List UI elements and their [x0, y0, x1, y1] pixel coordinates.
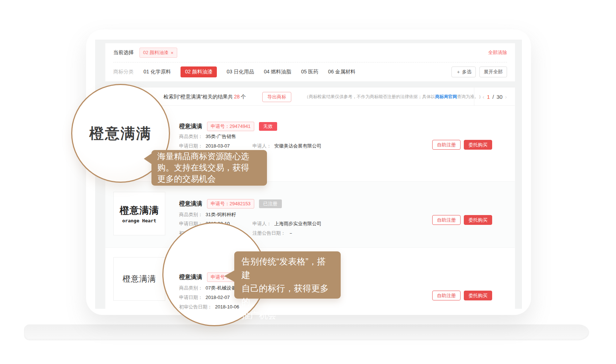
bubble-tail-icon — [144, 153, 152, 164]
category-bar-label: 商标分类 — [113, 69, 134, 75]
applicant-value: 安徽美达会展有限公司 — [274, 143, 321, 149]
tab-category-02-active[interactable]: 02 颜料油漆 — [181, 66, 216, 77]
selected-filter-tag[interactable]: 02 颜料油漆 × — [139, 48, 177, 58]
applicant-label: 申请人： — [252, 143, 271, 149]
callout-line: 购。支持在线交易，获得 — [157, 162, 261, 173]
category-value: 35类-广告销售 — [206, 134, 236, 139]
callout-line: 推广机会 — [242, 308, 333, 322]
screenshot-stage: 当前选择 02 颜料油漆 × 全部清除 商标分类 01 化学原料 02 颜料油漆… — [0, 0, 616, 364]
trademark-image-tile[interactable]: 橙意满满 orange Heart — [113, 192, 165, 235]
pagination-total: 30 — [497, 94, 503, 100]
tab-category-05[interactable]: 05 医药 — [301, 69, 318, 75]
registration-publication-label: 注册公告日期： — [252, 230, 285, 236]
bottom-shelf-decoration — [24, 324, 589, 340]
apply-date-label: 申请日期： — [179, 143, 203, 149]
trademark-image-tile[interactable]: 橙意满满 — [113, 257, 165, 301]
apply-date-value: 2018-02-07 — [206, 295, 230, 300]
category-value: 31类-饲料种籽 — [206, 212, 236, 217]
entrust-purchase-button[interactable]: 委托购买 — [464, 291, 492, 300]
status-badge: 无效 — [259, 122, 277, 131]
status-badge: 已注册 — [259, 199, 282, 208]
entrust-purchase-button[interactable]: 委托购买 — [464, 140, 492, 150]
results-count: 28 — [233, 94, 241, 100]
first-publication-label: 初审公告日期： — [179, 304, 212, 310]
trademark-mark-text: 橙意满满 — [123, 274, 156, 284]
applicant-label: 申请人： — [252, 221, 271, 226]
category-label: 商品类别： — [179, 212, 203, 217]
table-row: 橙意满满 orange Heart 橙意满满 申请号：29482153 已注册 … — [105, 181, 515, 247]
trademark-name[interactable]: 橙意满满 — [179, 274, 202, 281]
pagination: ‹ 1 / 30 › — [474, 88, 515, 106]
callout-bubble-promo: 告别传统“发表格”，搭建 自己的标行，获得更多的 推广机会 — [234, 251, 341, 299]
callout-line: 更多的交易机会 — [157, 173, 261, 185]
apply-date-label: 申请日期： — [179, 295, 203, 300]
self-register-button[interactable]: 自助注册 — [432, 140, 461, 150]
disclaimer-note: （商标检索结果仅供参考，不作为商标能否注册的法律依据；具体以商标局官网查询为准。… — [304, 88, 483, 106]
pagination-current: 1 — [487, 94, 490, 100]
close-icon[interactable]: × — [171, 50, 174, 56]
apply-date-value: 2018-03-07 — [206, 143, 230, 149]
callout-line: 自己的标行，获得更多的 — [242, 282, 333, 308]
callout-bubble-trade: 海量精品商标资源随心选 购。支持在线交易，获得 更多的交易机会 — [151, 150, 267, 186]
callout-line: 海量精品商标资源随心选 — [157, 151, 261, 162]
first-publication-value: 2018-10-06 — [215, 304, 239, 310]
results-header: 检索到“橙意满满”相关的结果共28个 导出商标 （商标检索结果仅供参考，不作为商… — [105, 88, 515, 106]
applicant-value: 上海雨步实业有限公司 — [274, 221, 321, 226]
results-summary-prefix: 检索到“橙意满满”相关的结果共 — [163, 94, 233, 100]
selected-filter-tag-text: 02 颜料油漆 — [143, 49, 169, 56]
export-trademark-button[interactable]: 导出商标 — [262, 92, 291, 102]
results-summary: 检索到“橙意满满”相关的结果共28个 — [163, 88, 246, 106]
results-summary-suffix: 个 — [241, 94, 246, 100]
tab-category-04[interactable]: 04 燃料油脂 — [264, 69, 291, 75]
application-number-tag: 申请号：29474941 — [207, 122, 254, 131]
expand-all-button[interactable]: 展开全部 — [479, 66, 507, 77]
self-register-button[interactable]: 自助注册 — [432, 291, 461, 300]
category-label: 商品类别： — [179, 285, 203, 291]
trademark-office-link[interactable]: 商标局官网 — [435, 94, 457, 99]
chevron-right-icon[interactable]: › — [505, 94, 507, 100]
clear-all-link[interactable]: 全部清除 — [488, 49, 507, 56]
trademark-mark-subtext: orange Heart — [122, 218, 157, 223]
self-register-button[interactable]: 自助注册 — [432, 215, 461, 225]
registration-publication-value: － — [288, 230, 293, 236]
tab-category-01[interactable]: 01 化学原料 — [143, 69, 171, 75]
current-selection-label: 当前选择 — [113, 49, 134, 56]
trademark-name[interactable]: 橙意满满 — [179, 123, 202, 130]
category-value: 07类-机械设备 — [206, 285, 236, 291]
filter-card: 当前选择 02 颜料油漆 × 全部清除 商标分类 01 化学原料 02 颜料油漆… — [105, 43, 515, 81]
tab-category-06[interactable]: 06 金属材料 — [328, 69, 355, 75]
magnified-trademark-text: 橙意满满 — [89, 124, 152, 143]
entrust-purchase-button[interactable]: 委托购买 — [464, 215, 492, 225]
tab-category-03[interactable]: 03 日化用品 — [227, 69, 254, 75]
callout-line: 告别传统“发表格”，搭建 — [242, 255, 333, 282]
trademark-mark-text: 橙意满满 — [120, 204, 159, 217]
pagination-separator: / — [493, 94, 494, 100]
trademark-name[interactable]: 橙意满满 — [179, 200, 202, 208]
application-number-tag: 申请号：29482153 — [207, 199, 254, 209]
chevron-left-icon[interactable]: ‹ — [482, 94, 484, 100]
bubble-tail-icon — [224, 270, 235, 282]
disclaimer-pre: （商标检索结果仅供参考，不作为商标能否注册的法律依据；具体以 — [304, 94, 435, 99]
multi-select-button[interactable]: ＋ 多选 — [451, 66, 476, 77]
category-label: 商品类别： — [179, 134, 203, 139]
